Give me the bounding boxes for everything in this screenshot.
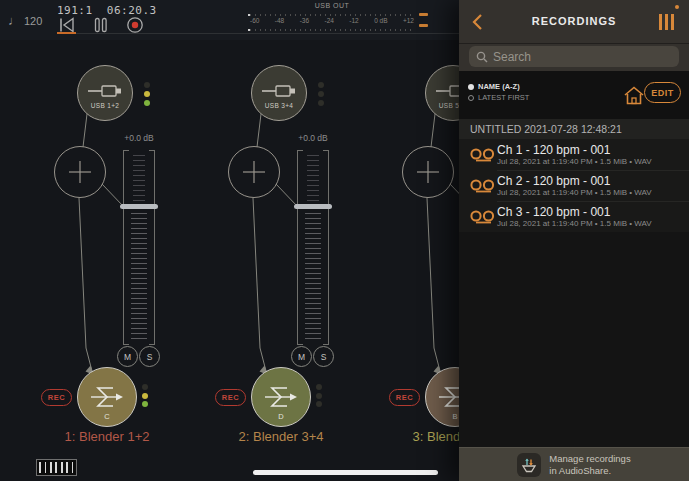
home-icon xyxy=(623,85,645,106)
edit-button[interactable]: EDIT xyxy=(644,82,681,103)
sum-mixer-icon xyxy=(264,385,298,409)
recording-meta: Jul 28, 2021 at 1:19:40 PM • 1.5 MiB • W… xyxy=(497,219,652,228)
piano-keys xyxy=(39,462,74,473)
audioshare-glyph xyxy=(520,456,538,474)
menu-bar xyxy=(665,14,668,30)
fader-ticks xyxy=(131,213,147,340)
recording-row[interactable]: Ch 3 - 120 bpm - 001 Jul 28, 2021 at 1:1… xyxy=(459,201,689,232)
mute-button[interactable]: M xyxy=(291,346,312,367)
solo-button[interactable]: S xyxy=(313,346,334,367)
led xyxy=(318,100,324,106)
channel-meter-leds xyxy=(144,82,150,106)
led xyxy=(316,384,322,390)
fader-bracket xyxy=(123,150,129,345)
recording-meta: Jul 28, 2021 at 1:19:40 PM • 1.5 MiB • W… xyxy=(497,157,652,166)
rec-arm-button[interactable]: REC xyxy=(389,389,420,406)
recording-title: Ch 3 - 120 bpm - 001 xyxy=(497,205,610,219)
radio-selected-icon xyxy=(468,84,474,90)
recordings-list: Ch 1 - 120 bpm - 001 Jul 28, 2021 at 1:1… xyxy=(459,139,689,232)
recording-title: Ch 2 - 120 bpm - 001 xyxy=(497,174,610,188)
channel-meter-leds xyxy=(318,82,324,106)
sort-option-label: NAME (A-Z) xyxy=(478,82,520,91)
sort-bar: NAME (A-Z) LATEST FIRST EDIT xyxy=(459,71,689,119)
fader-ticks xyxy=(305,213,321,340)
search-field[interactable] xyxy=(469,46,679,67)
rec-arm-button[interactable]: REC xyxy=(41,389,72,406)
channel-name[interactable]: 1: Blender 1+2 xyxy=(20,429,194,444)
recording-title: Ch 1 - 120 bpm - 001 xyxy=(497,143,610,157)
led xyxy=(318,91,324,97)
recordings-panel: RECORDINGS NAME (A-Z) xyxy=(459,0,689,481)
usb-plug-icon xyxy=(87,84,123,98)
input-node-label: USB 1+2 xyxy=(91,102,119,109)
channel-name[interactable]: 2: Blender 3+4 xyxy=(194,429,368,444)
plus-icon xyxy=(243,161,265,183)
sort-option-latest[interactable]: LATEST FIRST xyxy=(468,93,529,102)
recordings-section-header: UNTITLED 2021-07-28 12:48:21 xyxy=(459,119,689,139)
add-node-button[interactable] xyxy=(54,146,106,198)
menu-bar xyxy=(659,14,662,30)
led xyxy=(318,82,324,88)
menu-bar xyxy=(671,14,674,30)
output-meter-leds xyxy=(316,384,322,407)
recording-meta: Jul 28, 2021 at 1:19:40 PM • 1.5 MiB • W… xyxy=(497,188,652,197)
input-node-usb[interactable]: USB 1+2 xyxy=(77,65,133,121)
recording-row[interactable]: Ch 1 - 120 bpm - 001 Jul 28, 2021 at 1:1… xyxy=(459,139,689,170)
panel-title: RECORDINGS xyxy=(459,15,689,27)
search-input[interactable] xyxy=(493,50,672,64)
menu-badge-dot xyxy=(675,5,679,9)
fader-ticks xyxy=(133,155,145,203)
fader-ticks xyxy=(307,155,319,203)
footer-line2: in AudioShare. xyxy=(549,465,630,477)
tape-reel-icon xyxy=(469,178,496,194)
tape-reel-icon xyxy=(469,147,496,163)
audioshare-app-icon[interactable] xyxy=(517,453,541,477)
app-window: ♩ 120 191:1 06:20.3 xyxy=(0,0,689,481)
led xyxy=(142,393,148,399)
section-title: UNTITLED 2021-07-28 12:48:21 xyxy=(470,123,622,135)
input-node-usb[interactable]: USB 3+4 xyxy=(251,65,307,121)
sum-mixer-icon xyxy=(90,385,124,409)
volume-fader[interactable] xyxy=(123,150,155,345)
channel-list-menu-icon[interactable] xyxy=(657,11,679,33)
footer-text: Manage recordings in AudioShare. xyxy=(549,453,630,477)
led xyxy=(142,401,148,407)
radio-unselected-icon xyxy=(468,95,474,101)
channel-strip-2: USB 3+4 +0.0 dB M S REC xyxy=(194,0,368,481)
search-icon xyxy=(476,51,488,63)
fader-bracket xyxy=(297,150,303,345)
led xyxy=(144,100,150,106)
recording-row[interactable]: Ch 2 - 120 bpm - 001 Jul 28, 2021 at 1:1… xyxy=(459,170,689,201)
plus-icon xyxy=(69,161,91,183)
rec-arm-button[interactable]: REC xyxy=(215,389,246,406)
gain-readout[interactable]: +0.0 dB xyxy=(109,133,169,143)
add-node-button[interactable] xyxy=(402,146,454,198)
tape-reel-icon xyxy=(469,209,496,225)
add-node-button[interactable] xyxy=(228,146,280,198)
volume-fader[interactable] xyxy=(297,150,329,345)
channel-strip-1: USB 1+2 +0.0 dB M S REC xyxy=(20,0,194,481)
fader-bracket xyxy=(149,150,155,345)
fader-handle[interactable] xyxy=(120,204,158,209)
fader-handle[interactable] xyxy=(294,204,332,209)
sort-option-label: LATEST FIRST xyxy=(478,93,529,102)
led xyxy=(316,401,322,407)
panel-header: RECORDINGS xyxy=(459,0,689,44)
mixer-sum-node[interactable]: C xyxy=(77,367,137,427)
sort-option-name[interactable]: NAME (A-Z) xyxy=(468,82,520,91)
mute-button[interactable]: M xyxy=(117,346,138,367)
mixer-sum-node[interactable]: D xyxy=(251,367,311,427)
led xyxy=(144,91,150,97)
led xyxy=(142,384,148,390)
fader-bracket xyxy=(323,150,329,345)
plus-icon xyxy=(417,161,439,183)
solo-button[interactable]: S xyxy=(139,346,160,367)
gain-readout[interactable]: +0.0 dB xyxy=(283,133,343,143)
home-folder-button[interactable] xyxy=(622,83,646,107)
node-letter: D xyxy=(252,412,310,421)
piano-keyboard-icon[interactable] xyxy=(36,459,77,476)
input-node-label: USB 3+4 xyxy=(265,102,293,109)
node-letter: C xyxy=(78,412,136,421)
usb-plug-icon xyxy=(261,84,297,98)
horizontal-scroll-indicator[interactable] xyxy=(253,470,438,475)
